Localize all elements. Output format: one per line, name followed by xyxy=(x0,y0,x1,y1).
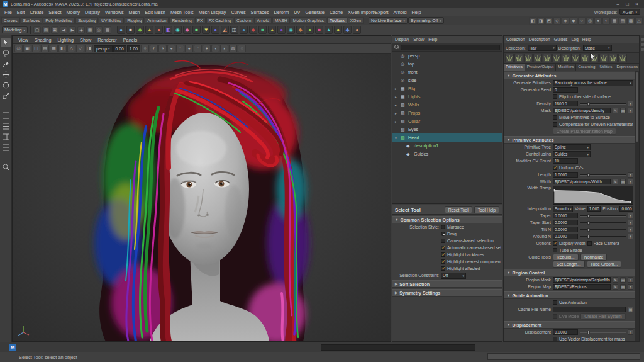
menu-item[interactable]: Edit xyxy=(14,9,28,15)
viewport-toolbar-icon[interactable]: △ xyxy=(67,45,75,52)
shelf-tab[interactable]: Curves xyxy=(1,17,20,24)
outliner-item[interactable]: ▸▧Collar xyxy=(392,117,502,125)
shelf-tab[interactable]: Animation xyxy=(145,17,169,24)
length-expression-icon[interactable]: ƒ xyxy=(628,172,633,178)
outliner-item[interactable]: ▸▧Props xyxy=(392,109,502,117)
xgen-tab[interactable]: Preview/Output xyxy=(525,64,556,71)
region-mask-expression-icon[interactable]: ƒ xyxy=(628,277,633,283)
shelf-icon[interactable]: ● xyxy=(306,26,314,34)
shelf-icon[interactable]: ● xyxy=(117,26,125,34)
displacement-slider[interactable] xyxy=(580,329,626,335)
section-guide-animation[interactable]: ▼Guide Animation xyxy=(504,291,635,299)
attribute-editor-toggle-icon[interactable] xyxy=(641,38,644,41)
collection-dropdown[interactable]: Hair▾ xyxy=(528,45,557,51)
cache-file-field[interactable] xyxy=(553,307,626,312)
face-camera-checkbox[interactable] xyxy=(587,241,592,246)
shelf-tab[interactable]: Motion Graphics xyxy=(291,17,327,24)
shelf-icon[interactable]: ◆ xyxy=(136,26,144,34)
outliner-item[interactable]: ◎top xyxy=(392,60,502,68)
shelf-icon[interactable]: ▲ xyxy=(325,26,333,34)
status-icon[interactable]: ◎ xyxy=(586,17,594,25)
viewport-toolbar-icon[interactable]: ◔ xyxy=(194,45,202,52)
generate-primitives-dropdown[interactable]: Randomly across the surface▾ xyxy=(553,80,633,86)
tilt-field[interactable]: 0.0000 xyxy=(553,227,578,232)
outliner-item[interactable]: ◎persp xyxy=(392,52,502,60)
xgen-menu-item[interactable]: Help xyxy=(582,37,591,42)
shelf-tab[interactable]: Custom xyxy=(234,17,253,24)
shelf-icon[interactable]: ▲ xyxy=(145,26,153,34)
viewport-toolbar-icon[interactable]: ◨ xyxy=(85,45,93,52)
xgen-preset-icon[interactable] xyxy=(543,54,552,62)
viewport-toolbar-icon[interactable]: ▦ xyxy=(50,45,58,52)
outliner-item[interactable]: ◆Guides xyxy=(392,150,502,158)
viewport-menu-item[interactable]: Lighting xyxy=(54,37,77,43)
outliner-item[interactable]: ▸▦Lights xyxy=(392,93,502,101)
shelf-icon[interactable]: ▼ xyxy=(202,26,210,34)
xgen-menu-item[interactable]: Guides xyxy=(554,37,568,42)
shelf-icon[interactable]: ◆ xyxy=(183,26,191,34)
workspace-selector[interactable]: Workspace:XGen▾ xyxy=(594,9,642,15)
xgen-preset-icon[interactable] xyxy=(618,54,627,62)
file-operation-icon[interactable]: ▣ xyxy=(51,26,58,34)
status-icon[interactable]: ▦ xyxy=(611,17,618,25)
status-icon[interactable]: ◧ xyxy=(529,17,536,25)
taper-field[interactable]: 0.0000 xyxy=(553,213,578,218)
file-operation-icon[interactable]: ◀ xyxy=(60,26,67,34)
viewport-toolbar-icon[interactable]: ▽ xyxy=(76,45,84,52)
viewport-toolbar-icon[interactable]: ● xyxy=(185,45,193,52)
menu-item[interactable]: Display xyxy=(82,9,103,15)
shelf-icon[interactable]: ◉ xyxy=(287,26,295,34)
xgen-preset-icon[interactable] xyxy=(562,54,570,62)
window-control-button[interactable]: □ xyxy=(623,1,632,8)
three-pane-layout-icon[interactable] xyxy=(1,143,11,152)
shelf-tab[interactable]: Poly Modeling xyxy=(43,17,75,24)
status-icon[interactable]: ▤ xyxy=(619,17,626,25)
vector-displacement-checkbox[interactable] xyxy=(553,337,557,341)
lasso-tool-icon[interactable] xyxy=(1,48,11,58)
menu-item[interactable]: XGen Import/Export xyxy=(345,9,391,15)
shelf-tab[interactable]: Arnold xyxy=(254,17,272,24)
status-icon[interactable]: ◩ xyxy=(545,17,553,25)
xgen-tab[interactable]: Primitives xyxy=(504,64,525,71)
taper-expression-icon[interactable]: ƒ xyxy=(628,213,633,218)
xgen-tab[interactable]: Utilities xyxy=(597,64,614,71)
menu-item[interactable]: Generate xyxy=(303,9,326,15)
outliner-item[interactable]: ▸▦Rig xyxy=(392,84,502,93)
region-mask-folder-icon[interactable]: ▤ xyxy=(620,277,626,283)
xgen-preset-icon[interactable] xyxy=(533,54,542,62)
description-dropdown[interactable]: Static▾ xyxy=(583,45,612,51)
shelf-tab[interactable]: Surfaces xyxy=(21,17,43,24)
viewport-toolbar-icon[interactable]: ◧ xyxy=(58,45,67,52)
section-symmetry-settings[interactable]: ▶Symmetry Settings xyxy=(392,289,502,297)
viewport-menu-item[interactable]: Panels xyxy=(120,37,140,43)
length-field[interactable]: 1.0000 xyxy=(553,172,578,178)
tube-shade-checkbox[interactable] xyxy=(553,248,557,252)
ramp-value-field[interactable]: 1.000 xyxy=(587,206,601,212)
shelf-icon[interactable]: ● xyxy=(277,26,286,34)
create-parameterization-map-button[interactable]: Create Parameterization Map xyxy=(553,128,616,135)
shelf-icon[interactable]: ◭ xyxy=(221,26,229,34)
viewport-toolbar-icon[interactable]: ◐ xyxy=(150,45,158,52)
expand-arrow-icon[interactable]: ▸ xyxy=(395,120,399,123)
shelf-tab[interactable]: MASH xyxy=(272,17,290,24)
selection-constraint-dropdown[interactable]: Off▾ xyxy=(441,273,466,279)
xgen-preset-icon[interactable] xyxy=(505,54,514,62)
region-map-paint-icon[interactable]: ✎ xyxy=(613,284,618,290)
region-map-folder-icon[interactable]: ▤ xyxy=(620,284,626,290)
set-length-button[interactable]: Set Length... xyxy=(553,261,585,268)
shelf-tab[interactable]: Rendering xyxy=(169,17,194,24)
symmetry-dropdown[interactable]: Symmetry: Off▾ xyxy=(408,17,444,24)
density-slider[interactable] xyxy=(580,101,626,106)
expand-arrow-icon[interactable]: ▸ xyxy=(395,111,399,115)
xgen-tab[interactable]: Grooming xyxy=(576,64,597,71)
rotate-tool-icon[interactable] xyxy=(1,81,11,90)
expand-arrow-icon[interactable]: ▸ xyxy=(395,95,399,99)
mask-paint-icon[interactable]: ✎ xyxy=(613,108,618,113)
viewport-toolbar-icon[interactable]: ◌ xyxy=(238,45,246,52)
menu-item[interactable]: Windows xyxy=(103,9,126,15)
file-operation-icon[interactable]: ▢ xyxy=(33,26,41,34)
xgen-preset-icon[interactable] xyxy=(599,54,608,62)
file-operation-icon[interactable]: ▶ xyxy=(69,26,76,34)
magnifier-icon[interactable] xyxy=(1,162,11,172)
around-n-slider[interactable] xyxy=(580,234,626,239)
